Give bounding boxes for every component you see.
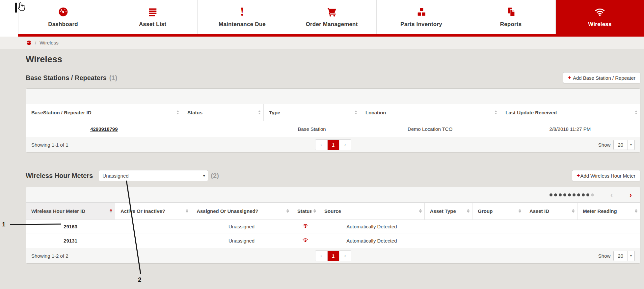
table-row: 29131 Unassigned Automatically Detected	[26, 234, 640, 248]
sort-icon	[572, 209, 575, 213]
column-header-location[interactable]: Location	[360, 104, 500, 121]
nav-active-underline	[18, 34, 644, 37]
column-header-type[interactable]: Type	[264, 104, 360, 121]
column-page-dot	[591, 193, 594, 196]
tab-label: Dashboard	[48, 21, 78, 28]
cell-active-inactive	[115, 219, 191, 234]
tab-dashboard[interactable]: Dashboard	[18, 0, 108, 34]
sort-icon	[495, 110, 497, 114]
base-stations-title: Base Stations / Repeaters	[26, 74, 107, 82]
tab-label: Parts Inventory	[400, 21, 442, 28]
cell-meter-reading	[577, 234, 640, 248]
chevron-right-icon[interactable]: ›	[339, 140, 351, 150]
hour-meters-section-header: Wireless Hour Meters Unassigned ▾ (2) + …	[26, 170, 640, 182]
hour-meters-footer: Showing 1-2 of 2 ‹ 1 › Show 20 ▼	[26, 248, 640, 263]
column-header-group[interactable]: Group	[472, 203, 524, 219]
table-row: 29163 Unassigned Automatically Detected	[26, 219, 640, 234]
show-control: Show 20 ▼	[598, 251, 635, 261]
cell-status	[182, 121, 264, 137]
showing-text: Showing 1-1 of 1	[31, 142, 68, 148]
wifi-signal-icon	[302, 239, 309, 245]
cell-group	[472, 234, 524, 248]
base-station-id-link[interactable]: 4293918799	[90, 126, 118, 132]
show-label: Show	[598, 253, 611, 259]
add-wireless-hour-meter-button[interactable]: + Add Wireless Hour Meter	[572, 170, 641, 181]
base-stations-footer: Showing 1-1 of 1 ‹ 1 › Show 20 ▼	[26, 137, 640, 152]
pagination: ‹ 1 ›	[315, 250, 351, 261]
table-row: 4293918799 Base Station Demo Location TC…	[26, 121, 640, 137]
tab-reports[interactable]: Reports	[466, 0, 556, 34]
hour-meters-panel: ‹ › Wireless Hour Meter ID Active Or Ina…	[26, 187, 640, 264]
page-title: Wireless	[26, 54, 640, 65]
annotation-label-2: 2	[138, 276, 142, 283]
page-size-select[interactable]: 20 ▼	[613, 251, 635, 261]
column-header-last-update[interactable]: Last Update Received	[500, 104, 640, 121]
caret-down-icon: ▼	[627, 140, 634, 150]
sort-icon	[635, 110, 637, 114]
base-stations-toolbar	[26, 89, 640, 104]
column-page-dot	[563, 193, 566, 196]
sort-icon	[313, 209, 316, 213]
page-size-value: 20	[614, 140, 627, 150]
plus-icon: +	[568, 74, 571, 81]
hour-meter-id-link[interactable]: 29163	[64, 224, 77, 229]
tab-parts-inventory[interactable]: Parts Inventory	[377, 0, 466, 34]
page-number[interactable]: 1	[327, 251, 339, 261]
page-number[interactable]: 1	[327, 140, 339, 150]
column-header-meter-id[interactable]: Wireless Hour Meter ID	[26, 203, 115, 219]
column-header-asset-id[interactable]: Asset ID	[524, 203, 577, 219]
sort-icon	[186, 209, 188, 213]
column-header-assigned-unassigned[interactable]: Assigned Or Unassigned?	[191, 203, 292, 219]
exclamation-icon: !	[240, 6, 244, 17]
cell-assigned: Unassigned	[191, 234, 292, 248]
column-header-status[interactable]: Status	[182, 104, 264, 121]
chevron-left-icon[interactable]: ‹	[315, 140, 327, 150]
cell-last-update: 2/8/2018 11:27 PM	[500, 121, 640, 137]
column-page-dot	[559, 193, 562, 196]
main-content: Wireless Base Stations / Repeaters (1) +…	[0, 49, 644, 289]
tab-order-management[interactable]: Order Management	[287, 0, 377, 34]
tab-label: Wireless	[588, 21, 611, 28]
tab-label: Asset List	[139, 21, 166, 28]
assignment-filter-select[interactable]: Unassigned ▾	[99, 170, 208, 181]
showing-text: Showing 1-2 of 2	[31, 253, 68, 259]
caret-down-icon: ▼	[627, 251, 634, 261]
column-header-asset-type[interactable]: Asset Type	[424, 203, 472, 219]
cell-assigned: Unassigned	[191, 219, 292, 234]
show-label: Show	[598, 142, 611, 148]
hour-meter-id-link[interactable]: 29131	[64, 238, 77, 244]
chevron-right-icon[interactable]: ›	[339, 251, 351, 261]
breadcrumb-separator: /	[35, 40, 36, 45]
column-page-dot	[568, 193, 571, 196]
column-label: Status	[187, 110, 202, 115]
cell-asset-type	[424, 219, 472, 234]
columns-scroll-right-button[interactable]: ›	[621, 187, 640, 202]
column-header-source[interactable]: Source	[319, 203, 425, 219]
wifi-signal-icon	[302, 225, 309, 230]
column-header-meter-reading[interactable]: Meter Reading	[577, 203, 640, 219]
column-header-active-inactive[interactable]: Active Or Inactive?	[115, 203, 191, 219]
column-label: Asset ID	[529, 208, 549, 214]
annotation-label-1: 1	[2, 221, 6, 228]
column-label: Assigned Or Unassigned?	[197, 208, 258, 214]
tab-wireless[interactable]: Wireless	[556, 0, 644, 34]
sort-icon	[286, 209, 289, 213]
cell-asset-id	[524, 219, 577, 234]
page-size-select[interactable]: 20 ▼	[613, 140, 635, 150]
tab-label: Maintenance Due	[219, 21, 266, 28]
tab-maintenance-due[interactable]: ! Maintenance Due	[198, 0, 287, 34]
add-base-station-button[interactable]: + Add Base Station / Repeater	[563, 72, 640, 83]
add-base-station-label: Add Base Station / Repeater	[573, 75, 635, 81]
columns-scroll-left-button[interactable]: ‹	[602, 187, 621, 202]
column-label: Source	[324, 208, 341, 214]
chevron-left-icon[interactable]: ‹	[315, 251, 327, 261]
tab-label: Order Management	[306, 21, 358, 28]
wifi-icon	[595, 6, 605, 17]
breadcrumb-home-icon[interactable]	[26, 40, 32, 45]
column-header-status[interactable]: Status	[292, 203, 319, 219]
column-label: Location	[365, 110, 386, 115]
column-page-dot	[577, 193, 580, 196]
column-page-dot	[550, 193, 552, 196]
column-header-basestation-id[interactable]: BaseStation / Repeater ID	[26, 104, 182, 121]
tab-asset-list[interactable]: Asset List	[108, 0, 198, 34]
